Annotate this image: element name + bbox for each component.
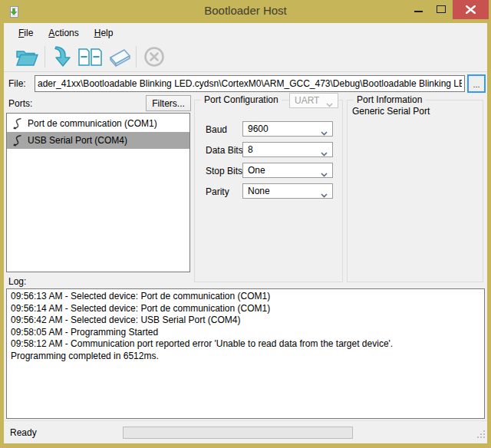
open-file-button[interactable] bbox=[13, 44, 41, 70]
log-line: 09:56:14 AM - Selected device: Port de c… bbox=[11, 303, 480, 315]
toolbar-separator bbox=[44, 46, 45, 68]
maximize-button[interactable] bbox=[430, 0, 453, 18]
log-line: Programming completed in 6512ms. bbox=[11, 351, 480, 363]
app-window: Bootloader Host File Actions Help bbox=[0, 0, 491, 448]
erase-button[interactable] bbox=[104, 44, 132, 70]
file-row: File: ... bbox=[4, 75, 487, 94]
chevron-down-icon bbox=[321, 127, 328, 138]
minimize-icon bbox=[414, 11, 423, 12]
protocol-select[interactable]: UART bbox=[289, 93, 338, 108]
abort-button bbox=[140, 44, 168, 70]
data-bits-select[interactable]: 8 bbox=[242, 142, 333, 157]
port-list-item-com4[interactable]: USB Serial Port (COM4) bbox=[7, 132, 189, 149]
resize-grip[interactable] bbox=[477, 427, 485, 441]
menu-help[interactable]: Help bbox=[87, 25, 121, 41]
verify-icon bbox=[77, 46, 104, 68]
log-line: 09:58:05 AM - Programming Started bbox=[11, 327, 480, 339]
abort-icon bbox=[143, 46, 165, 68]
serial-port-icon bbox=[12, 117, 23, 130]
stop-bits-select[interactable]: One bbox=[242, 163, 333, 178]
file-path-input[interactable] bbox=[35, 75, 465, 92]
port-configuration-group: Port Configuration UART Baud 9600 Data B… bbox=[194, 100, 343, 282]
chevron-down-icon bbox=[321, 189, 328, 200]
menubar: File Actions Help bbox=[4, 23, 487, 42]
port-information-group: Port Information Generic Serial Port bbox=[347, 100, 483, 282]
toolbar bbox=[4, 42, 487, 72]
window-frame: File Actions Help bbox=[4, 23, 487, 443]
browse-button[interactable]: ... bbox=[467, 74, 486, 93]
close-icon bbox=[466, 5, 476, 14]
client-area: File: ... Ports: Filters... Port de comm… bbox=[4, 72, 487, 420]
baud-select[interactable]: 9600 bbox=[242, 121, 333, 137]
open-file-icon bbox=[15, 47, 39, 68]
baud-label: Baud bbox=[206, 124, 227, 135]
log-line: 09:56:42 AM - Selected device: USB Seria… bbox=[11, 315, 480, 327]
port-configuration-legend: Port Configuration bbox=[201, 94, 282, 105]
chevron-down-icon bbox=[326, 99, 333, 110]
stop-bits-label: Stop Bits bbox=[206, 166, 242, 176]
program-button[interactable] bbox=[49, 44, 77, 70]
log-line: 09:58:12 AM - Communication port reporte… bbox=[11, 338, 480, 351]
maximize-icon bbox=[437, 5, 446, 13]
filters-button[interactable]: Filters... bbox=[146, 95, 191, 111]
parity-select[interactable]: None bbox=[242, 183, 333, 199]
port-item-label: Port de communication (COM1) bbox=[28, 118, 157, 129]
titlebar: Bootloader Host bbox=[0, 0, 491, 23]
progress-bar bbox=[123, 427, 353, 439]
ports-list: Port de communication (COM1) USB Serial … bbox=[6, 113, 190, 272]
serial-port-icon bbox=[12, 134, 23, 147]
file-label: File: bbox=[8, 78, 26, 89]
port-information-text: Generic Serial Port bbox=[352, 106, 430, 117]
port-list-item-com1[interactable]: Port de communication (COM1) bbox=[7, 115, 189, 132]
log-line: 09:56:13 AM - Selected device: Port de c… bbox=[11, 291, 480, 303]
statusbar: Ready bbox=[4, 420, 487, 443]
ports-label: Ports: bbox=[8, 98, 32, 109]
log-label: Log: bbox=[8, 276, 26, 287]
window-controls bbox=[407, 0, 489, 18]
menu-file[interactable]: File bbox=[11, 25, 41, 41]
menu-actions[interactable]: Actions bbox=[41, 25, 86, 41]
data-bits-label: Data Bits bbox=[206, 145, 243, 156]
status-text: Ready bbox=[10, 427, 37, 438]
minimize-button[interactable] bbox=[407, 0, 430, 18]
close-button[interactable] bbox=[453, 0, 489, 19]
chevron-down-icon bbox=[321, 148, 328, 159]
port-item-label: USB Serial Port (COM4) bbox=[28, 135, 127, 146]
port-information-legend: Port Information bbox=[354, 94, 425, 105]
chevron-down-icon bbox=[321, 169, 328, 180]
parity-label: Parity bbox=[206, 186, 229, 197]
program-icon bbox=[53, 45, 73, 68]
verify-button[interactable] bbox=[77, 44, 104, 70]
erase-icon bbox=[104, 47, 132, 67]
log-output[interactable]: 09:56:13 AM - Selected device: Port de c… bbox=[6, 288, 485, 419]
toolbar-separator bbox=[136, 46, 137, 68]
